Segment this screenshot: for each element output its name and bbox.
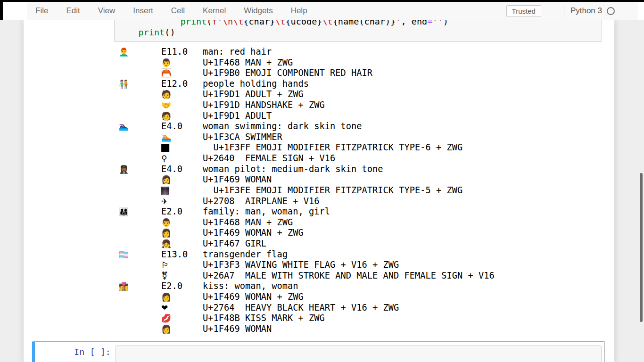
cell-input-area[interactable] <box>116 346 602 362</box>
trusted-button[interactable]: Trusted <box>506 5 541 17</box>
emoji-name: woman pilot: medium-dark skin tone <box>203 164 383 175</box>
menu-item-view[interactable]: View <box>89 2 124 20</box>
menu-item-edit[interactable]: Edit <box>57 2 89 20</box>
codepoint-text: U+1F469 WOMAN <box>203 324 272 335</box>
code-editor: print(f'\n\t{char}\t{ucode}\t{name(char)… <box>115 20 602 38</box>
code-cell-input-area[interactable]: print(f'\n\t{char}\t{ucode}\t{name(char)… <box>114 20 602 42</box>
code-token: ( <box>206 20 212 26</box>
emoji-name: transgender flag <box>203 249 288 260</box>
emoji-group-row: 🏊🏿‍♀️E4.0woman swimming: dark skin tone <box>119 121 495 132</box>
emoji-part-row: 🏊U+1F3CA SWIMMER <box>119 132 495 143</box>
emoji-group-row: 👨‍👩‍👧E2.0family: man, woman, girl <box>119 206 495 217</box>
emoji-glyph: 🧑‍🤝‍🧑 <box>119 79 161 90</box>
emoji-glyph: ♀ <box>161 153 203 164</box>
code-token <box>117 20 181 26</box>
emoji-glyph: 🧑 <box>161 111 203 122</box>
code-line: print() <box>117 27 602 38</box>
emoji-glyph: 👨‍👩‍👧 <box>119 206 161 217</box>
emoji-version: E2.0 <box>161 206 203 217</box>
emoji-name: family: man, woman, girl <box>203 206 330 217</box>
codepoint-text: U+1F3FE EMOJI MODIFIER FITZPATRICK TYPE-… <box>203 185 462 196</box>
menu-item-cell[interactable]: Cell <box>162 2 194 20</box>
emoji-part-row: 🦰U+1F9B0 EMOJI COMPONENT RED HAIR <box>119 68 495 79</box>
emoji-part-row: 👩U+1F469 WOMAN <box>119 324 495 335</box>
emoji-group-row: 👩‍❤️‍💋‍👩E2.0kiss: woman, woman <box>119 281 495 292</box>
code-token: () <box>165 27 175 37</box>
code-token: {name(char)} <box>333 20 396 26</box>
emoji-glyph: 🏿 <box>161 142 203 153</box>
codepoint-text: U+1F469 WOMAN <box>203 174 272 185</box>
menu-item-file[interactable]: File <box>26 2 57 20</box>
scrollbar-thumb[interactable] <box>640 173 643 322</box>
emoji-version: E4.0 <box>161 164 203 175</box>
menu-bar: File Edit View Insert Cell Kernel Widget… <box>0 2 644 20</box>
codepoint-text: U+26A7 MALE WITH STROKE AND MALE AND FEM… <box>203 271 495 281</box>
emoji-part-row: ✈U+2708 AIRPLANE + V16 <box>119 196 495 207</box>
emoji-glyph: 🏊 <box>161 132 203 143</box>
codepoint-text: U+1F3F3 WAVING WHITE FLAG + V16 + ZWG <box>203 260 399 271</box>
code-token: \n\t <box>223 20 244 26</box>
emoji-version: E11.0 <box>161 47 203 58</box>
menu-item-help[interactable]: Help <box>282 2 316 20</box>
emoji-glyph: 👨 <box>161 58 203 68</box>
menubar-right: Trusted Python 3 <box>506 5 644 17</box>
emoji-part-row: 💋U+1F48B KISS MARK + ZWG <box>119 313 495 324</box>
emoji-glyph: 🏾 <box>161 185 203 196</box>
codepoint-text: U+1F468 MAN + ZWG <box>203 58 293 68</box>
emoji-group-row: 👨‍🦰E11.0man: red hair <box>119 47 495 58</box>
emoji-glyph: 🏊🏿‍♀️ <box>119 121 161 132</box>
menubar-divider <box>564 5 564 17</box>
codepoint-text: U+1F9B0 EMOJI COMPONENT RED HAIR <box>203 68 372 79</box>
code-token: print <box>181 20 207 26</box>
emoji-glyph: 🧑 <box>161 89 203 100</box>
code-token: f' <box>212 20 223 26</box>
emoji-glyph: 🤝 <box>161 100 203 111</box>
codepoint-text: U+1F469 WOMAN + ZWG <box>203 228 304 239</box>
emoji-part-row: 🧑U+1F9D1 ADULT <box>119 111 495 122</box>
emoji-part-row: ❤U+2764 HEAVY BLACK HEART + V16 + ZWG <box>119 303 495 313</box>
codepoint-text: U+1F468 MAN + ZWG <box>203 217 293 228</box>
emoji-glyph: 👩🏾‍✈️ <box>119 164 161 175</box>
code-token: {ucode} <box>285 20 322 26</box>
emoji-version: E4.0 <box>161 121 203 132</box>
emoji-glyph: ❤ <box>161 303 203 313</box>
emoji-part-row: 🏳U+1F3F3 WAVING WHITE FLAG + V16 + ZWG <box>119 260 495 271</box>
emoji-part-row: 🤝U+1F91D HANDSHAKE + ZWG <box>119 100 495 111</box>
codepoint-text: U+2764 HEAVY BLACK HEART + V16 + ZWG <box>203 303 399 313</box>
code-token: ) <box>443 20 448 26</box>
codepoint-text: U+2640 FEMALE SIGN + V16 <box>203 153 335 164</box>
codepoint-text: U+1F469 WOMAN + ZWG <box>203 292 304 303</box>
input-prompt: In [ ]: <box>35 347 111 357</box>
emoji-glyph: 👩 <box>161 174 203 185</box>
code-token: print <box>139 27 165 37</box>
emoji-glyph: 👨 <box>161 217 203 228</box>
emoji-name: man: red hair <box>203 47 272 58</box>
menu-item-widgets[interactable]: Widgets <box>235 2 281 20</box>
menu-item-insert[interactable]: Insert <box>124 2 162 20</box>
codepoint-text: U+1F91D HANDSHAKE + ZWG <box>203 100 325 111</box>
notebook-container: print(f'\n\t{char}\t{ucode}\t{name(char)… <box>24 20 614 362</box>
emoji-part-row: 👩U+1F469 WOMAN + ZWG <box>119 228 495 239</box>
menu-items: File Edit View Insert Cell Kernel Widget… <box>0 2 316 20</box>
emoji-group-row: 🏳️‍⚧️E13.0transgender flag <box>119 249 495 260</box>
screen-corner-edge <box>0 0 3 20</box>
kernel-name: Python 3 <box>570 6 602 16</box>
emoji-glyph: ⚧ <box>161 271 203 281</box>
emoji-glyph: 👩 <box>161 292 203 303</box>
output-area: 👨‍🦰E11.0man: red hair👨U+1F468 MAN + ZWG🦰… <box>119 47 495 334</box>
selected-empty-cell[interactable]: In [ ]: <box>32 341 605 362</box>
emoji-part-row: 👧U+1F467 GIRL <box>119 239 495 249</box>
codepoint-text: U+1F467 GIRL <box>203 239 266 249</box>
code-token: '' <box>432 20 443 26</box>
emoji-version: E12.0 <box>161 79 203 90</box>
code-token: = <box>427 20 432 26</box>
emoji-glyph: 🦰 <box>161 68 203 79</box>
code-token: , end <box>401 20 428 26</box>
menu-item-kernel[interactable]: Kernel <box>194 2 235 20</box>
emoji-glyph: 👩 <box>161 324 203 335</box>
emoji-version: E13.0 <box>161 249 203 260</box>
codepoint-text: U+1F3CA SWIMMER <box>203 132 282 143</box>
emoji-glyph: 🏳 <box>161 260 203 271</box>
emoji-part-row: ⚧U+26A7 MALE WITH STROKE AND MALE AND FE… <box>119 271 495 281</box>
emoji-glyph: 💋 <box>161 313 203 324</box>
